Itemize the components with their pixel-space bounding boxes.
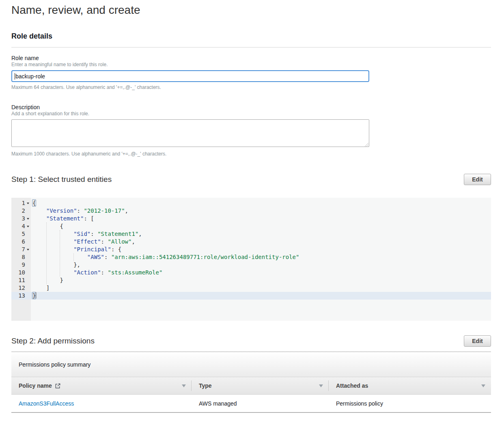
line-number: 2 (11, 207, 25, 215)
code-line-text: } (31, 292, 491, 300)
editor-gutter: 3 (11, 215, 31, 222)
line-number: 10 (11, 269, 25, 276)
step1-header: Step 1: Select trusted entities Edit (11, 174, 491, 185)
line-number: 7 (11, 246, 25, 253)
code-line-text: ] (31, 284, 491, 292)
description-field: Description Add a short explanation for … (11, 104, 491, 157)
external-link-icon (55, 383, 61, 389)
policy-name-column-label: Policy name (19, 382, 52, 389)
editor-gutter: 10 (11, 269, 31, 276)
code-line-text: "Sid": "Statement1", (31, 230, 491, 238)
sort-icon[interactable] (182, 384, 186, 387)
line-number: 12 (11, 284, 25, 292)
editor-line: 3 "Statement": [ (11, 215, 491, 222)
sort-icon[interactable] (319, 384, 323, 387)
code-line-text: { (31, 222, 491, 230)
line-number: 1 (11, 199, 25, 207)
editor-gutter: 8 (11, 253, 31, 261)
indent-guide (60, 230, 60, 276)
role-name-input[interactable] (11, 70, 369, 82)
fold-toggle-icon[interactable] (25, 218, 31, 220)
description-textarea-wrap (11, 119, 369, 149)
editor-line: 10 "Action": "sts:AssumeRole" (11, 269, 491, 276)
role-name-input-wrap (11, 70, 369, 82)
role-details-heading: Role details (11, 32, 491, 41)
indent-guide (46, 222, 47, 284)
editor-line: 5 "Sid": "Statement1", (11, 230, 491, 238)
step2-header: Step 2: Add permissions Edit (11, 335, 491, 347)
code-line-text: "Principal": { (31, 246, 491, 253)
code-line-text: { (31, 199, 491, 207)
description-textarea[interactable] (11, 119, 369, 147)
editor-gutter: 9 (11, 261, 31, 269)
code-line-text: } (31, 276, 491, 284)
role-name-hint: Enter a meaningful name to identify this… (11, 62, 491, 68)
type-column-label: Type (199, 382, 212, 389)
page-title: Name, review, and create (11, 3, 491, 17)
step2-heading: Step 2: Add permissions (11, 337, 95, 345)
trust-policy-editor[interactable]: 1{2 "Version": "2012-10-17",3 "Statement… (11, 198, 491, 321)
editor-gutter: 12 (11, 284, 31, 292)
description-helper: Maximum 1000 characters. Use alphanumeri… (11, 151, 491, 157)
attached-as-column-label: Attached as (336, 382, 368, 389)
role-name-label: Role name (11, 54, 491, 62)
step1-edit-button[interactable]: Edit (464, 174, 491, 185)
editor-line: 8 "AWS": "arn:aws:iam::541263489771:role… (11, 253, 491, 261)
editor-line: 12 ] (11, 284, 491, 292)
code-line-text: }, (31, 261, 491, 269)
editor-line: 9 }, (11, 261, 491, 269)
line-number: 11 (11, 276, 25, 284)
role-name-field: Role name Enter a meaningful name to ide… (11, 54, 491, 91)
editor-gutter: 2 (11, 207, 31, 215)
line-number: 8 (11, 253, 25, 261)
editor-line: 6 "Effect": "Allow", (11, 238, 491, 246)
role-name-helper: Maximum 64 characters. Use alphanumeric … (11, 84, 491, 91)
line-number: 5 (11, 230, 25, 238)
policy-name-link[interactable]: AmazonS3FullAccess (19, 400, 74, 407)
step1-heading: Step 1: Select trusted entities (11, 175, 112, 184)
cell-attached-as: Permissions policy (329, 395, 491, 412)
fold-toggle-icon[interactable] (25, 249, 31, 250)
column-header-attached-as[interactable]: Attached as (329, 377, 491, 394)
editor-gutter: 6 (11, 238, 31, 246)
editor-gutter: 5 (11, 230, 31, 238)
editor-gutter: 4 (11, 222, 31, 230)
editor-line: 1{ (11, 199, 491, 207)
editor-line: 13} (11, 292, 491, 300)
editor-gutter: 1 (11, 199, 31, 207)
code-line-text: "AWS": "arn:aws:iam::541263489771:role/w… (31, 253, 491, 261)
permissions-table-header: Policy name Type Attached as (11, 377, 491, 395)
sort-icon[interactable] (481, 384, 485, 387)
column-header-policy-name[interactable]: Policy name (11, 377, 192, 394)
permissions-summary-panel: Permissions policy summary Policy name T… (11, 352, 491, 413)
code-line-text: "Action": "sts:AssumeRole" (31, 269, 491, 276)
editor-line: 2 "Version": "2012-10-17", (11, 207, 491, 215)
fold-toggle-icon[interactable] (25, 226, 31, 227)
line-number: 13 (11, 292, 25, 300)
editor-line: 7 "Principal": { (11, 246, 491, 253)
name-review-create-page: Name, review, and create Role details Ro… (0, 0, 504, 413)
description-hint: Add a short explanation for this role. (11, 111, 491, 117)
description-label: Description (11, 104, 491, 111)
code-line-text: "Version": "2012-10-17", (31, 207, 491, 215)
editor-gutter: 13 (11, 292, 31, 300)
column-header-type[interactable]: Type (192, 377, 329, 394)
code-line-text: "Statement": [ (31, 215, 491, 222)
code-line-text: "Effect": "Allow", (31, 238, 491, 246)
divider (11, 47, 491, 47)
text-caret (15, 73, 15, 80)
editor-gutter: 11 (11, 276, 31, 284)
indent-guide (73, 253, 74, 261)
editor-line: 4 { (11, 222, 491, 230)
cell-policy-name: AmazonS3FullAccess (11, 395, 192, 412)
editor-line: 11 } (11, 276, 491, 284)
permissions-panel-title: Permissions policy summary (11, 352, 491, 377)
step2-edit-button[interactable]: Edit (464, 335, 491, 347)
fold-toggle-icon[interactable] (25, 203, 31, 204)
editor-cursor (36, 292, 36, 298)
cell-type: AWS managed (192, 395, 329, 412)
line-number: 6 (11, 238, 25, 246)
editor-gutter: 7 (11, 246, 31, 253)
table-row: AmazonS3FullAccess AWS managed Permissio… (11, 395, 491, 413)
line-number: 4 (11, 222, 25, 230)
